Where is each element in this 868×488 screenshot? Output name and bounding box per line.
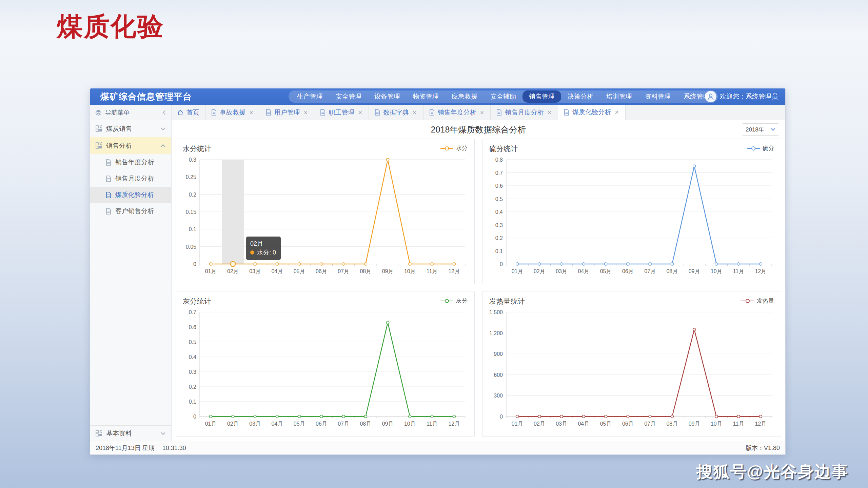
data-point[interactable] [582,415,585,418]
data-point[interactable] [715,263,718,265]
close-icon[interactable]: × [303,108,309,117]
data-point[interactable] [254,415,256,418]
nav-item[interactable]: 培训管理 [600,90,638,103]
legend-marker-icon [440,146,453,151]
data-point[interactable] [671,415,673,418]
tab[interactable]: 销售月度分析× [491,105,558,120]
document-icon [429,109,435,116]
close-icon[interactable]: × [249,108,254,117]
data-point[interactable] [364,415,367,418]
data-point[interactable] [582,263,585,265]
user-area[interactable]: 欢迎您：系统管理员 [705,88,778,105]
tab[interactable]: 数据字典× [369,105,423,120]
data-point[interactable] [276,263,278,265]
chart-plot[interactable]: 00.10.20.30.40.50.60.70.801月02月03月04月05月… [487,156,776,278]
data-point[interactable] [605,263,607,265]
close-icon[interactable]: × [614,108,619,116]
tab[interactable]: 职工管理× [314,105,369,120]
chart-legend[interactable]: 水分 [440,144,468,152]
data-point[interactable] [627,263,629,265]
data-point[interactable] [364,263,367,265]
data-point[interactable] [409,415,411,418]
data-point[interactable] [605,415,607,418]
sidebar-group[interactable]: 煤炭销售 [90,120,171,137]
close-icon[interactable]: × [357,108,363,117]
sidebar-item[interactable]: 销售年度分析 [90,154,171,170]
x-tick-label: 04月 [578,268,589,274]
data-point[interactable] [431,263,433,265]
data-point[interactable] [431,415,433,418]
sidebar-item[interactable]: 销售月度分析 [90,170,171,187]
nav-item[interactable]: 物资管理 [407,90,445,103]
data-point[interactable] [342,415,345,418]
chart-plot[interactable]: 03006009001,2001,50001月02月03月04月05月06月07… [487,308,776,430]
data-point[interactable] [538,415,541,418]
chart-plot[interactable]: 00.10.20.30.40.50.60.701月02月03月04月05月06月… [180,308,470,430]
tab[interactable]: 首页 [172,105,205,120]
nav-item[interactable]: 设备管理 [368,90,407,103]
close-icon[interactable]: × [547,108,552,117]
data-point[interactable] [627,415,629,418]
chart-plot[interactable]: 00.050.10.150.20.250.301月02月03月04月05月06月… [180,156,470,278]
close-icon[interactable]: × [479,108,485,117]
hovered-data-point[interactable] [230,262,235,267]
tab[interactable]: 用户管理× [260,105,315,120]
nav-item[interactable]: 资料管理 [638,90,677,103]
nav-item[interactable]: 安全管理 [329,90,368,103]
data-point[interactable] [387,158,389,161]
x-tick-label: 03月 [556,268,567,274]
data-point[interactable] [232,415,234,418]
tab[interactable]: 销售年度分析× [423,105,491,120]
tab[interactable]: 煤质化验分析× [558,105,626,120]
data-point[interactable] [715,415,718,418]
data-point[interactable] [342,263,345,265]
data-point[interactable] [409,263,411,265]
data-point[interactable] [693,165,696,167]
data-point[interactable] [387,321,389,324]
nav-item[interactable]: 安全辅助 [484,90,522,103]
data-point[interactable] [737,263,740,265]
data-point[interactable] [298,415,301,418]
data-point[interactable] [649,415,651,418]
data-point[interactable] [254,263,256,265]
series-line [211,323,454,416]
user-avatar-icon[interactable] [705,91,716,102]
sidebar-group[interactable]: 销售分析 [90,137,171,154]
close-icon[interactable]: × [412,108,417,117]
data-point[interactable] [649,263,651,265]
data-point[interactable] [516,415,519,418]
data-point[interactable] [210,415,212,418]
data-point[interactable] [276,415,278,418]
data-point[interactable] [298,263,301,265]
data-point[interactable] [320,415,323,418]
data-point[interactable] [737,415,740,418]
data-point[interactable] [560,263,563,265]
data-point[interactable] [538,263,541,265]
chart-legend[interactable]: 灰分 [440,297,468,305]
data-point[interactable] [516,263,519,265]
sidebar-item[interactable]: 客户销售分析 [90,203,171,219]
sidebar-footer: 基本资料 [90,425,171,441]
sidebar: 导航菜单 煤炭销售销售分析销售年度分析销售月度分析煤质化验分析客户销售分析 基本… [90,105,172,441]
data-point[interactable] [320,263,323,265]
nav-item[interactable]: 应急救援 [445,90,484,103]
data-point[interactable] [453,415,455,418]
year-select[interactable]: 2018年 [742,123,779,136]
data-point[interactable] [759,415,762,418]
collapse-sidebar-icon[interactable] [162,109,166,116]
data-point[interactable] [693,328,696,331]
chart-legend[interactable]: 硫分 [747,144,774,152]
nav-item[interactable]: 生产管理 [291,90,329,103]
tab[interactable]: 事故救援× [205,105,260,120]
chart-legend[interactable]: 发热量 [741,297,774,305]
data-point[interactable] [210,263,212,265]
data-point[interactable] [671,263,673,265]
sidebar-item[interactable]: 煤质化验分析 [90,187,171,203]
data-point[interactable] [759,263,762,265]
sidebar-group[interactable]: 基本资料 [90,426,171,441]
window-header: 煤矿综合信息管理平台 生产管理安全管理设备管理物资管理应急救援安全辅助销售管理决… [90,88,785,105]
nav-item[interactable]: 销售管理 [522,90,561,103]
nav-item[interactable]: 决策分析 [561,90,600,103]
data-point[interactable] [453,263,455,265]
data-point[interactable] [560,415,563,418]
